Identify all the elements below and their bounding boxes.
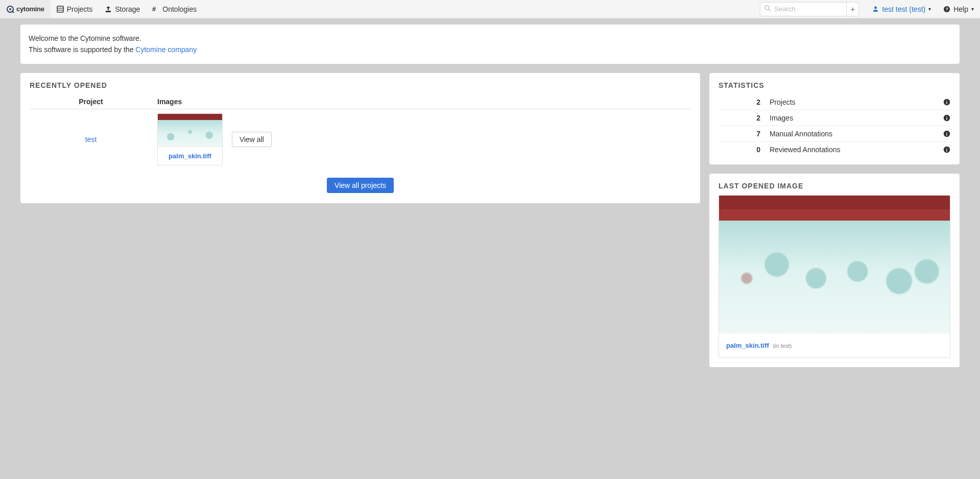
search-group: + [760, 2, 859, 16]
svg-text:i: i [946, 131, 948, 136]
project-link[interactable]: test [85, 135, 97, 143]
recently-opened-panel: Recently Opened Project Images test [20, 73, 700, 203]
image-thumbnail [158, 114, 222, 147]
stat-row-projects: 2 Projects i [719, 94, 950, 110]
welcome-panel: Welcome to the Cytomine software. This s… [20, 25, 960, 64]
image-name-link[interactable]: palm_skin.tiff [158, 147, 222, 165]
stat-row-manual-annotations: 7 Manual Annotations i [719, 126, 950, 142]
stat-value: 2 [719, 114, 770, 122]
help-icon: ? [943, 6, 950, 13]
svg-text:?: ? [945, 7, 948, 12]
stat-value: 0 [719, 146, 770, 154]
last-image-card[interactable]: palm_skin.tiff (in test) [719, 195, 950, 358]
last-image-caption: palm_skin.tiff (in test) [719, 333, 950, 357]
stat-value: 7 [719, 130, 770, 138]
svg-point-8 [765, 6, 769, 10]
nav-ontologies[interactable]: # Ontologies [146, 0, 203, 18]
stat-label: Manual Annotations [770, 130, 943, 138]
help-label: Help [953, 5, 968, 13]
svg-point-1 [9, 8, 11, 10]
welcome-line1: Welcome to the Cytomine software. [29, 33, 951, 44]
storage-icon [105, 6, 112, 13]
brand-text: cytomine [16, 5, 44, 13]
view-all-images-button[interactable]: View all [232, 132, 272, 147]
cytomine-company-link[interactable]: Cytomine company [135, 45, 197, 54]
svg-text:i: i [946, 100, 948, 105]
statistics-title: Statistics [709, 73, 960, 94]
main-content: Welcome to the Cytomine software. This s… [0, 18, 980, 397]
last-image-thumbnail [719, 196, 950, 333]
last-opened-image-panel: Last Opened Image palm_skin.tiff (in tes… [709, 174, 960, 367]
col-project: Project [30, 94, 152, 109]
nav-storage-label: Storage [115, 5, 140, 13]
last-opened-image-title: Last Opened Image [709, 174, 960, 195]
recent-table: Project Images test pal [30, 94, 691, 170]
view-all-projects-button[interactable]: View all projects [327, 178, 394, 193]
recently-opened-title: Recently Opened [20, 73, 700, 94]
last-image-in-project: (in test) [773, 343, 792, 349]
cytomine-logo-icon [6, 5, 14, 13]
info-icon[interactable]: i [943, 146, 950, 153]
nav-ontologies-label: Ontologies [162, 5, 197, 13]
user-icon [872, 6, 879, 12]
svg-text:i: i [946, 115, 948, 121]
top-navbar: cytomine Projects Storage # Ontologies +… [0, 0, 980, 18]
nav-links: Projects Storage # Ontologies [51, 0, 203, 18]
projects-icon [57, 6, 64, 13]
stat-row-reviewed-annotations: 0 Reviewed Annotations i [719, 142, 950, 157]
stat-label: Projects [770, 98, 943, 106]
chevron-down-icon: ▾ [971, 6, 974, 12]
search-input[interactable] [774, 5, 842, 13]
info-icon[interactable]: i [943, 114, 950, 122]
search-add-button[interactable]: + [847, 2, 859, 16]
search-icon [764, 5, 771, 13]
help-menu[interactable]: ? Help ▾ [937, 0, 980, 18]
stat-value: 2 [719, 98, 770, 106]
svg-line-2 [12, 11, 14, 13]
svg-point-10 [874, 7, 877, 9]
svg-line-9 [769, 9, 771, 11]
nav-projects[interactable]: Projects [51, 0, 99, 18]
brand-logo[interactable]: cytomine [0, 0, 51, 18]
stat-row-images: 2 Images i [719, 110, 950, 126]
svg-text:#: # [152, 6, 156, 13]
stats-list: 2 Projects i 2 Images i 7 Manual Annotat… [709, 94, 960, 164]
table-row: test palm_skin.tiff View all [30, 109, 691, 170]
user-menu[interactable]: test test (test) ▾ [866, 0, 937, 18]
svg-text:i: i [946, 147, 948, 152]
nav-storage[interactable]: Storage [99, 0, 146, 18]
col-images: Images [152, 94, 691, 109]
navbar-right: + test test (test) ▾ ? Help ▾ [760, 0, 980, 18]
info-icon[interactable]: i [943, 130, 950, 137]
search-box[interactable] [760, 2, 847, 16]
nav-projects-label: Projects [67, 5, 93, 13]
stat-label: Reviewed Annotations [770, 146, 943, 154]
info-icon[interactable]: i [943, 99, 950, 106]
stat-label: Images [770, 114, 943, 122]
chevron-down-icon: ▾ [928, 6, 931, 12]
svg-rect-3 [57, 6, 63, 12]
svg-rect-6 [106, 11, 111, 12]
ontologies-icon: # [152, 6, 159, 13]
last-image-name-link[interactable]: palm_skin.tiff [726, 342, 769, 349]
statistics-panel: Statistics 2 Projects i 2 Images i 7 Man [709, 73, 960, 164]
welcome-line2: This software is supported by the Cytomi… [29, 44, 951, 55]
image-card[interactable]: palm_skin.tiff [157, 113, 223, 165]
user-label: test test (test) [882, 5, 925, 13]
